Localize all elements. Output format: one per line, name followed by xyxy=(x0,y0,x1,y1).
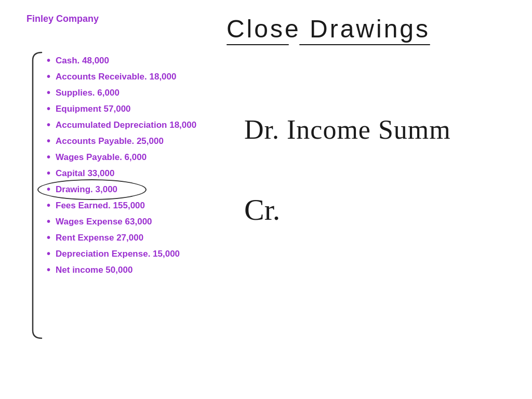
page-title: Close Drawings xyxy=(227,15,430,43)
list-item-accounts-receivable: Accounts Receivable. 18,000 xyxy=(47,71,196,83)
dr-income-summary-label: Dr. Income Summ xyxy=(244,114,451,145)
list-item-accounts-payable: Accounts Payable. 25,000 xyxy=(47,135,196,147)
account-list: Cash. 48,000 Accounts Receivable. 18,000… xyxy=(47,55,196,280)
list-item-net-income: Net income 50,000 xyxy=(47,264,196,276)
page-title-area: Close Drawings xyxy=(156,15,501,43)
list-item-rent-expense: Rent Expense 27,000 xyxy=(47,232,196,244)
cr-label: Cr. xyxy=(244,192,280,227)
list-item-supplies: Supplies. 6,000 xyxy=(47,87,196,99)
title-word-close: Close xyxy=(227,15,301,43)
list-item-drawing: Drawing. 3,000 xyxy=(47,183,196,195)
list-item-fees-earned: Fees Earned. 155,000 xyxy=(47,200,196,211)
list-item-cash: Cash. 48,000 xyxy=(47,55,196,66)
list-item-accumulated-depreciation: Accumulated Depreciation 18,000 xyxy=(47,119,196,131)
title-word-drawings: Drawings xyxy=(310,15,430,43)
company-name: Finley Company xyxy=(26,14,99,24)
list-item-wages-payable: Wages Payable. 6,000 xyxy=(47,151,196,163)
list-item-equipment: Equipment 57,000 xyxy=(47,103,196,115)
list-item-capital: Capital 33,000 xyxy=(47,167,196,179)
list-item-depreciation-expense: Depreciation Expense. 15,000 xyxy=(47,248,196,260)
left-bracket xyxy=(29,50,44,347)
list-item-wages-expense: Wages Expense 63,000 xyxy=(47,216,196,228)
